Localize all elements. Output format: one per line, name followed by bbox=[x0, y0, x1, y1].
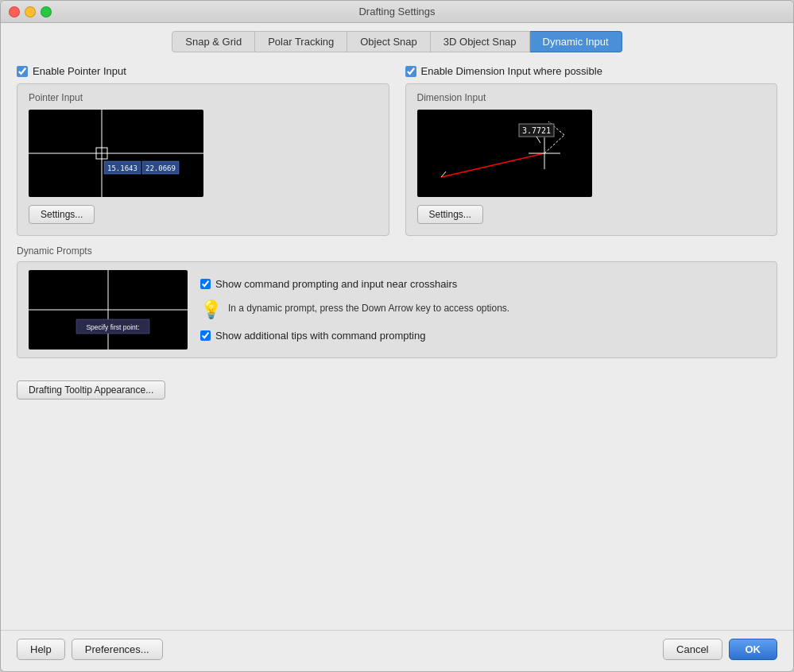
dimension-input-box: Dimension Input bbox=[405, 83, 778, 236]
dimension-input-settings-button[interactable]: Settings... bbox=[417, 205, 483, 224]
svg-text:Specify first point:: Specify first point: bbox=[86, 323, 139, 331]
dynamic-prompts-section: Dynamic Prompts Specify first point: bbox=[17, 245, 777, 358]
enable-dimension-input-checkbox[interactable] bbox=[405, 66, 416, 77]
svg-text:3.7721: 3.7721 bbox=[521, 126, 550, 135]
svg-text:15.1643: 15.1643 bbox=[107, 164, 137, 172]
top-row: Enable Pointer Input Pointer Input bbox=[17, 65, 777, 236]
dp-right: Show command prompting and input near cr… bbox=[200, 270, 765, 350]
lightbulb-icon: 💡 bbox=[200, 301, 222, 319]
window-title: Drafting Settings bbox=[358, 6, 435, 17]
pointer-input-settings-button[interactable]: Settings... bbox=[29, 205, 95, 224]
dp-preview: Specify first point: bbox=[29, 270, 188, 350]
hint-row: 💡 In a dynamic prompt, press the Down Ar… bbox=[200, 301, 765, 319]
pointer-input-box: Pointer Input 15.1643 22.066 bbox=[17, 83, 389, 236]
enable-dimension-input-text: Enable Dimension Input where possible bbox=[421, 65, 602, 77]
minimize-button[interactable] bbox=[25, 6, 36, 17]
ok-button[interactable]: OK bbox=[729, 639, 778, 660]
window-controls bbox=[9, 6, 52, 17]
enable-pointer-input-checkbox[interactable] bbox=[17, 66, 28, 77]
help-button[interactable]: Help bbox=[17, 639, 65, 660]
enable-pointer-input-text: Enable Pointer Input bbox=[33, 65, 126, 77]
show-tips-label[interactable]: Show additional tips with command prompt… bbox=[200, 330, 765, 342]
pointer-input-preview: 15.1643 22.0669 bbox=[29, 110, 203, 197]
dynamic-prompts-box: Specify first point: Show command prompt… bbox=[17, 261, 777, 358]
show-tips-text: Show additional tips with command prompt… bbox=[215, 330, 425, 342]
drafting-tooltip-appearance-button[interactable]: Drafting Tooltip Appearance... bbox=[17, 380, 165, 400]
main-content: Enable Pointer Input Pointer Input bbox=[1, 52, 793, 630]
show-prompting-text: Show command prompting and input near cr… bbox=[215, 278, 457, 290]
tab-polar-tracking[interactable]: Polar Tracking bbox=[255, 31, 347, 52]
svg-line-7 bbox=[441, 153, 544, 177]
bottom-bar: Help Preferences... Cancel OK bbox=[1, 630, 793, 671]
svg-line-8 bbox=[544, 135, 564, 153]
tabs-bar: Snap & Grid Polar Tracking Object Snap 3… bbox=[1, 23, 793, 52]
dynamic-prompts-title: Dynamic Prompts bbox=[17, 245, 777, 257]
svg-text:22.0669: 22.0669 bbox=[145, 164, 176, 172]
cancel-button[interactable]: Cancel bbox=[663, 639, 722, 660]
tab-dynamic-input[interactable]: Dynamic Input bbox=[530, 31, 622, 52]
dp-left: Specify first point: bbox=[29, 270, 188, 350]
dimension-input-label: Dimension Input bbox=[417, 92, 766, 103]
preferences-button[interactable]: Preferences... bbox=[72, 639, 163, 660]
tab-snap-grid[interactable]: Snap & Grid bbox=[172, 31, 255, 52]
show-prompting-label[interactable]: Show command prompting and input near cr… bbox=[200, 278, 765, 290]
enable-pointer-input-label[interactable]: Enable Pointer Input bbox=[17, 65, 389, 77]
tab-3d-object-snap[interactable]: 3D Object Snap bbox=[431, 31, 530, 52]
hint-text: In a dynamic prompt, press the Down Arro… bbox=[228, 301, 509, 315]
bottom-right-buttons: Cancel OK bbox=[663, 639, 777, 660]
tooltip-appearance-row: Drafting Tooltip Appearance... bbox=[17, 373, 777, 400]
pointer-input-section: Enable Pointer Input Pointer Input bbox=[17, 65, 389, 236]
main-window: Drafting Settings Snap & Grid Polar Trac… bbox=[0, 0, 794, 672]
pointer-input-label: Pointer Input bbox=[29, 92, 378, 103]
maximize-button[interactable] bbox=[41, 6, 52, 17]
svg-line-15 bbox=[536, 137, 540, 143]
bottom-left-buttons: Help Preferences... bbox=[17, 639, 663, 660]
close-button[interactable] bbox=[9, 6, 20, 17]
titlebar: Drafting Settings bbox=[1, 1, 793, 23]
show-tips-checkbox[interactable] bbox=[200, 330, 211, 341]
dimension-input-section: Enable Dimension Input where possible Di… bbox=[405, 65, 778, 236]
enable-dimension-input-label[interactable]: Enable Dimension Input where possible bbox=[405, 65, 778, 77]
tab-object-snap[interactable]: Object Snap bbox=[347, 31, 431, 52]
dimension-input-preview: 3.7721 bbox=[417, 110, 592, 197]
show-prompting-checkbox[interactable] bbox=[200, 279, 211, 289]
